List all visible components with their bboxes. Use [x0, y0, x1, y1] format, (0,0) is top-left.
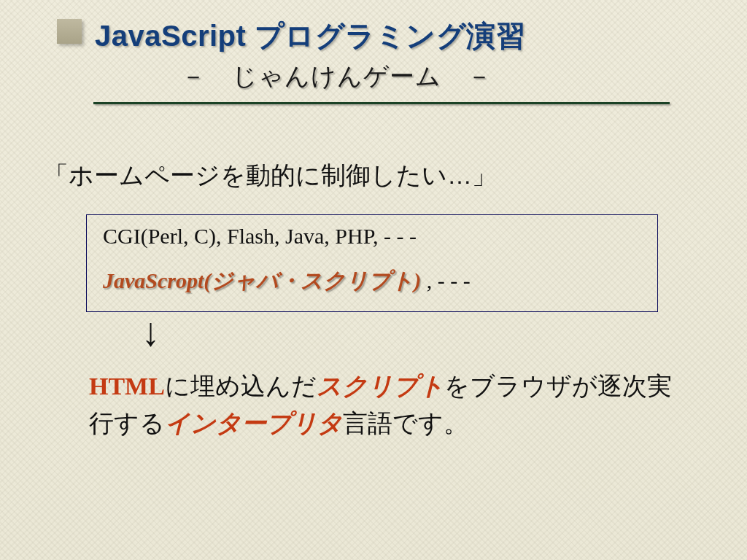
explain-seg1: に埋め込んだ [165, 372, 317, 400]
js-close-paren: ) [414, 268, 421, 292]
javascript-line: JavaScropt(ジャバ・スクリプト) , - - - [103, 266, 641, 296]
down-arrow-icon: ↓ [142, 312, 160, 352]
explanation-text: HTMLに埋め込んだスクリプトをブラウザが逐次実行するインタープリタ言語です。 [89, 368, 673, 442]
keyword-interpreter: インタープリタ [165, 409, 343, 437]
js-japanese: ジャバ・スクリプト [211, 268, 414, 292]
slide-title: JavaScript プログラミング演習 [95, 16, 664, 56]
tech-list-line: CGI(Perl, C), Flash, Java, PHP, - - - [103, 224, 641, 249]
title-underline [93, 102, 670, 104]
js-english: JavaScropt( [103, 268, 211, 292]
intro-line: 「ホームページを動的に制御したい…」 [44, 159, 497, 192]
keyword-script: スクリプト [317, 372, 444, 400]
explain-seg3: 言語です。 [343, 409, 468, 437]
js-tail: , - - - [421, 268, 470, 292]
technologies-box: CGI(Perl, C), Flash, Java, PHP, - - - Ja… [86, 214, 658, 312]
slide-subtitle: － じゃんけんゲーム － [181, 60, 492, 93]
keyword-html: HTML [89, 373, 165, 400]
title-bullet-square [57, 19, 82, 44]
title-block: JavaScript プログラミング演習 [95, 16, 664, 56]
slide: JavaScript プログラミング演習 － じゃんけんゲーム － 「ホームペー… [0, 0, 747, 560]
